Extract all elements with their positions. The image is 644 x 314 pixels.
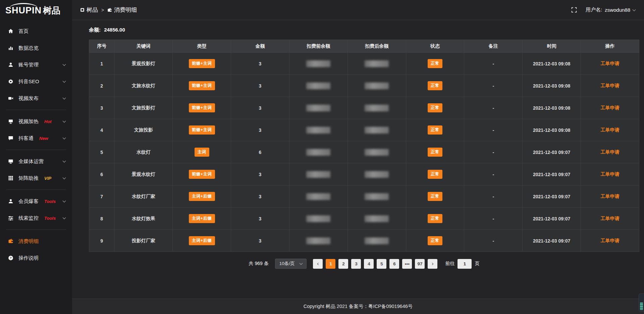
cell-amount: 6: [231, 141, 289, 163]
sidebar-item-douyin-seo[interactable]: 抖音SEO: [0, 73, 72, 90]
work-order-link[interactable]: 工单申请: [601, 83, 620, 88]
pagination-total: 共 969 条: [249, 261, 269, 267]
page-button-4[interactable]: 4: [364, 259, 374, 269]
work-order-link[interactable]: 工单申请: [601, 149, 620, 155]
sidebar-item-label: 线索监控: [18, 215, 39, 221]
redacted-value: [365, 127, 389, 134]
cell-balance-after: [347, 119, 406, 141]
fullscreen-icon[interactable]: [571, 7, 577, 13]
cell-seq: 5: [89, 141, 114, 163]
sidebar-item-douketong[interactable]: 抖客通 New: [0, 130, 72, 147]
cell-action: 工单申请: [581, 119, 639, 141]
sidebar-item-video-publish[interactable]: 视频发布: [0, 90, 72, 107]
grid-icon: [8, 175, 13, 181]
redacted-value: [365, 60, 389, 67]
floating-widget[interactable]: [639, 294, 644, 312]
cell-action: 工单申请: [581, 230, 639, 252]
cell-time: 2021-12-03 09:07: [523, 230, 581, 252]
sidebar-item-member-burst[interactable]: 会员爆客 Tools: [0, 193, 72, 210]
sidebar-divider: [6, 150, 66, 150]
sidebar-item-account-mgmt[interactable]: 账号管理: [0, 56, 72, 73]
username-label: 用户名:: [586, 7, 602, 13]
sidebar-item-label: 全媒体运营: [18, 158, 44, 165]
sidebar-item-instructions[interactable]: ? 操作说明: [0, 250, 72, 266]
page-ellipsis-button[interactable]: •••: [402, 259, 412, 269]
work-order-link[interactable]: 工单申请: [601, 127, 620, 133]
tools-badge: Tools: [44, 216, 56, 221]
status-badge: 正常: [428, 192, 442, 201]
page-button-97[interactable]: 97: [415, 259, 425, 269]
cell-time: 2021-12-03 09:08: [523, 97, 581, 119]
cell-remark: -: [464, 163, 523, 186]
sidebar-item-video-heat[interactable]: 视频加热 Hot: [0, 113, 72, 130]
table-row: 8 水纹灯效果 主词+后缀 3 正常 - 2021-12-03 09:07 工单…: [89, 208, 639, 230]
page-button-6[interactable]: 6: [389, 259, 399, 269]
chevron-down-icon: [63, 79, 66, 83]
table-row: 1 景观投影灯 前缀+主词 3 正常 - 2021-12-03 09:08 工单…: [89, 53, 639, 75]
type-badge: 前缀+主词: [189, 59, 215, 68]
cell-keyword: 文旅投影: [114, 119, 173, 141]
chevron-down-icon: [63, 216, 66, 219]
cell-status: 正常: [406, 119, 464, 141]
page-button-3[interactable]: 3: [351, 259, 361, 269]
app-square-icon: [80, 8, 85, 12]
work-order-link[interactable]: 工单申请: [601, 238, 620, 243]
sidebar-item-consumption-detail[interactable]: 消费明细: [0, 233, 72, 250]
sidebar-item-label: 操作说明: [18, 255, 39, 261]
user-menu[interactable]: 用户名: zswodun88: [586, 7, 635, 13]
footer: Copyright 树品 2021 备案号：粤ICP备09019646号: [72, 299, 644, 314]
page-size-select[interactable]: 10条/页: [275, 259, 307, 269]
topbar-right: 用户名: zswodun88: [571, 7, 635, 13]
cell-keyword: 水纹灯厂家: [114, 186, 173, 208]
col-header-amount: 金额: [231, 40, 289, 53]
work-order-link[interactable]: 工单申请: [601, 61, 620, 66]
table-row: 4 文旅投影 前缀+主词 3 正常 - 2021-12-03 09:08 工单申…: [89, 119, 639, 141]
comment-icon: [8, 136, 13, 141]
breadcrumb-current[interactable]: 消费明细: [107, 6, 137, 14]
goto-page-input[interactable]: [458, 259, 472, 269]
sidebar-item-home[interactable]: 首页: [0, 23, 72, 40]
cell-status: 正常: [406, 75, 464, 97]
user-icon: [8, 62, 13, 67]
balance-display: 余额: 24856.00: [89, 27, 639, 33]
next-page-button[interactable]: ›: [428, 259, 437, 269]
page-button-5[interactable]: 5: [377, 259, 386, 269]
sidebar-item-data-overview[interactable]: 数据总览: [0, 40, 72, 56]
redacted-value: [306, 171, 330, 178]
cell-balance-after: [347, 97, 406, 119]
cell-status: 正常: [406, 230, 464, 252]
work-order-link[interactable]: 工单申请: [601, 194, 620, 199]
breadcrumb-root[interactable]: 树品: [80, 6, 98, 14]
cell-type: 前缀+主词: [173, 163, 231, 186]
cell-keyword: 投影灯厂家: [114, 230, 173, 252]
type-badge: 主词+后缀: [189, 214, 215, 223]
prev-page-button[interactable]: ‹: [313, 259, 323, 269]
sidebar-item-label: 会员爆客: [18, 198, 39, 205]
redacted-value: [365, 238, 389, 244]
cell-balance-after: [347, 186, 406, 208]
cell-balance-after: [347, 75, 406, 97]
breadcrumb: 树品 > 消费明细: [80, 6, 137, 14]
bar-chart-icon: [8, 45, 13, 51]
cell-amount: 3: [231, 75, 289, 97]
sidebar-item-label: 抖音SEO: [18, 78, 39, 85]
page-button-1[interactable]: 1: [326, 259, 335, 269]
goto-label: 前往: [445, 261, 454, 267]
balance-label: 余额:: [89, 27, 101, 33]
work-order-link[interactable]: 工单申请: [601, 216, 620, 221]
work-order-link[interactable]: 工单申请: [601, 105, 620, 110]
cell-balance-before: [289, 53, 347, 75]
sidebar-item-matrix-boost[interactable]: 矩阵助推 VIP: [0, 170, 72, 187]
cell-status: 正常: [406, 163, 464, 186]
sidebar-nav: 首页 数据总览 账号管理 抖音SEO: [0, 21, 72, 266]
cell-status: 正常: [406, 186, 464, 208]
redacted-value: [365, 149, 389, 156]
page-button-2[interactable]: 2: [338, 259, 348, 269]
brand-logo[interactable]: SHUPIN 树品: [0, 0, 72, 21]
cell-balance-after: [347, 141, 406, 163]
sidebar-item-lead-monitor[interactable]: 线索监控 Tools: [0, 210, 72, 226]
status-badge: 正常: [428, 103, 442, 112]
work-order-link[interactable]: 工单申请: [601, 171, 620, 177]
sidebar-item-omni-media[interactable]: 全媒体运营: [0, 153, 72, 170]
cell-action: 工单申请: [581, 75, 639, 97]
